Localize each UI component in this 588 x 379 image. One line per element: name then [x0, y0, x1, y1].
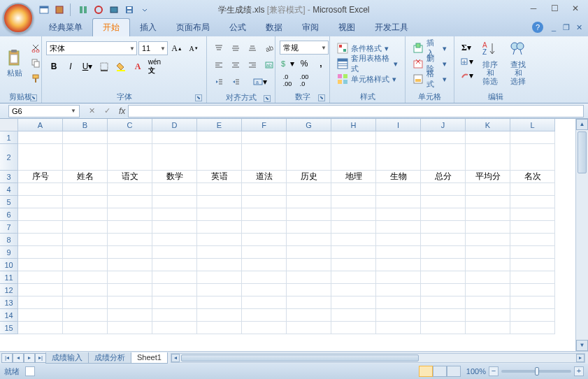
cell-E7[interactable]	[197, 221, 242, 234]
format-cells-button[interactable]: 格式 ▾	[410, 71, 450, 87]
font-dialog-launcher[interactable]: ⬊	[195, 94, 202, 101]
cell-E13[interactable]	[197, 296, 242, 309]
cell-A11[interactable]	[18, 271, 63, 284]
cell-D14[interactable]	[152, 309, 197, 322]
vscroll-thumb[interactable]	[578, 131, 587, 173]
clear-button[interactable]: ▾	[459, 69, 474, 83]
col-header-H[interactable]: H	[331, 119, 376, 131]
cell-I12[interactable]	[376, 284, 421, 296]
row-header-11[interactable]: 11	[0, 271, 18, 284]
qat-icon-4[interactable]	[92, 3, 105, 16]
autosum-button[interactable]: Σ▾	[459, 41, 474, 55]
cell-K1[interactable]	[466, 131, 510, 144]
cell-F8[interactable]	[242, 234, 287, 246]
formula-bar[interactable]	[128, 105, 584, 117]
row-header-6[interactable]: 6	[0, 208, 18, 221]
cell-G4[interactable]	[287, 183, 331, 196]
qat-icon-3[interactable]	[77, 3, 89, 16]
cell-I1[interactable]	[376, 131, 421, 144]
cell-A15[interactable]	[18, 322, 63, 334]
row-header-14[interactable]: 14	[0, 309, 18, 322]
mdi-close[interactable]: ✕	[574, 22, 584, 32]
cell-B8[interactable]	[63, 234, 108, 246]
cell-B5[interactable]	[63, 196, 108, 208]
cell-H1[interactable]	[331, 131, 376, 144]
col-header-G[interactable]: G	[287, 119, 331, 131]
cell-L2[interactable]	[510, 144, 555, 171]
cell-grid[interactable]: 序号姓名语文数学英语道法历史地理生物总分平均分名次	[18, 131, 575, 351]
cell-styles-button[interactable]: 单元格样式 ▾	[334, 71, 399, 87]
cell-G9[interactable]	[287, 246, 331, 259]
qat-dropdown-icon[interactable]	[138, 3, 151, 16]
sheet-tab-1[interactable]: 成绩分析	[88, 352, 131, 364]
cell-F12[interactable]	[242, 284, 287, 296]
cell-D9[interactable]	[152, 246, 197, 259]
tab-prev-button[interactable]: ◂	[13, 353, 24, 363]
cell-J1[interactable]	[421, 131, 466, 144]
cell-L9[interactable]	[510, 246, 555, 259]
cell-F13[interactable]	[242, 296, 287, 309]
select-all-corner[interactable]	[0, 119, 18, 131]
cell-H12[interactable]	[331, 284, 376, 296]
cell-L10[interactable]	[510, 259, 555, 271]
sort-filter-button[interactable]: AZ 排序和 筛选	[477, 38, 503, 88]
cell-D2[interactable]	[152, 144, 197, 171]
mdi-restore[interactable]: ❐	[561, 22, 571, 32]
cell-I11[interactable]	[376, 271, 421, 284]
cell-J7[interactable]	[421, 221, 466, 234]
cell-I6[interactable]	[376, 208, 421, 221]
decrease-indent-button[interactable]	[211, 75, 227, 89]
shrink-font-button[interactable]: A▼	[186, 41, 201, 55]
row-header-5[interactable]: 5	[0, 196, 18, 208]
save-icon[interactable]	[123, 3, 136, 16]
cell-F14[interactable]	[242, 309, 287, 322]
cell-G15[interactable]	[287, 322, 331, 334]
zoom-slider[interactable]	[501, 370, 571, 373]
cell-K6[interactable]	[466, 208, 510, 221]
cell-I14[interactable]	[376, 309, 421, 322]
wrap-text-button[interactable]: ab	[261, 58, 277, 72]
italic-button[interactable]: I	[63, 59, 78, 73]
cell-D11[interactable]	[152, 271, 197, 284]
cell-C3[interactable]: 语文	[108, 171, 152, 183]
cell-J13[interactable]	[421, 296, 466, 309]
currency-button[interactable]: $▾	[280, 57, 295, 71]
cell-I13[interactable]	[376, 296, 421, 309]
cell-K15[interactable]	[466, 322, 510, 334]
number-dialog-launcher[interactable]: ⬊	[318, 94, 325, 101]
cell-B11[interactable]	[63, 271, 108, 284]
cell-K7[interactable]	[466, 221, 510, 234]
cell-B3[interactable]: 姓名	[63, 171, 108, 183]
cell-F1[interactable]	[242, 131, 287, 144]
cell-I8[interactable]	[376, 234, 421, 246]
cell-E1[interactable]	[197, 131, 242, 144]
cell-H5[interactable]	[331, 196, 376, 208]
tab-first-button[interactable]: |◂	[1, 353, 13, 363]
cell-C11[interactable]	[108, 271, 152, 284]
cell-B14[interactable]	[63, 309, 108, 322]
align-right-button[interactable]	[245, 58, 260, 72]
cell-F15[interactable]	[242, 322, 287, 334]
number-format-combo[interactable]: 常规▼	[280, 41, 329, 55]
cell-J3[interactable]: 总分	[421, 171, 466, 183]
cell-H8[interactable]	[331, 234, 376, 246]
cell-J6[interactable]	[421, 208, 466, 221]
copy-button[interactable]	[28, 56, 43, 70]
col-header-B[interactable]: B	[63, 119, 108, 131]
cell-L11[interactable]	[510, 271, 555, 284]
clipboard-dialog-launcher[interactable]: ⬊	[30, 94, 37, 101]
cell-I7[interactable]	[376, 221, 421, 234]
row-header-13[interactable]: 13	[0, 296, 18, 309]
tab-last-button[interactable]: ▸|	[35, 353, 46, 363]
cell-J12[interactable]	[421, 284, 466, 296]
qat-icon-5[interactable]	[108, 3, 120, 16]
cell-L1[interactable]	[510, 131, 555, 144]
tab-insert[interactable]: 插入	[130, 19, 166, 36]
tab-layout[interactable]: 页面布局	[166, 19, 220, 36]
cell-G3[interactable]: 历史	[287, 171, 331, 183]
cell-G8[interactable]	[287, 234, 331, 246]
cell-E11[interactable]	[197, 271, 242, 284]
row-header-7[interactable]: 7	[0, 221, 18, 234]
qat-icon-1[interactable]	[38, 3, 50, 16]
col-header-I[interactable]: I	[376, 119, 421, 131]
